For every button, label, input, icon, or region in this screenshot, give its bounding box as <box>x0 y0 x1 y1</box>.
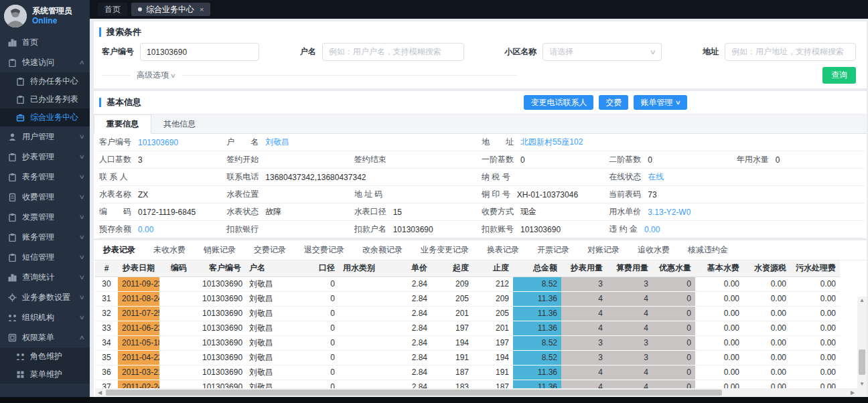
column-header[interactable]: 编码 <box>159 260 198 276</box>
search-input[interactable]: 例如：用户地址，支持模糊搜索 <box>725 43 856 61</box>
table-row[interactable]: 352011-04-22101303690刘敬昌02.841911948.523… <box>95 350 840 365</box>
column-header[interactable]: 单价 <box>387 260 431 276</box>
column-header[interactable]: 止度 <box>473 260 513 276</box>
info-tab[interactable]: 其他信息 <box>151 114 208 133</box>
sidebar-item-user[interactable]: 用户管理∨ <box>0 127 90 147</box>
sidebar-item-menu[interactable]: 权限菜单∧ <box>0 327 90 347</box>
records-tab[interactable]: 开票记录 <box>537 244 569 256</box>
info-value[interactable]: 101303690 <box>138 138 178 147</box>
scroll-up-arrow[interactable]: ▲ <box>857 297 867 305</box>
sidebar-item-document[interactable]: 收费管理∨ <box>0 187 90 207</box>
sidebar-item-clipboard[interactable]: 快速访问∧ <box>0 52 90 72</box>
info-value[interactable]: 0.00 <box>644 225 660 234</box>
column-header[interactable]: 用水类别 <box>339 260 387 276</box>
sidebar-item-gear[interactable]: 业务参数设置∨ <box>0 287 90 307</box>
sidebar-item-org[interactable]: 角色维护 <box>0 347 90 366</box>
avatar <box>4 5 27 27</box>
column-header[interactable]: 抄表日期 <box>118 260 159 276</box>
records-tab[interactable]: 核减违约金 <box>688 244 728 256</box>
sidebar-item-grid[interactable]: 菜单维护 <box>0 366 90 384</box>
table-cell: 191 <box>473 365 513 380</box>
vertical-scroll-thumb[interactable] <box>859 349 865 375</box>
info-value[interactable]: 刘敬昌 <box>265 137 289 148</box>
table-row[interactable]: 362011-03-21101303690刘敬昌02.8418719111.36… <box>95 365 840 380</box>
records-tab[interactable]: 追收水费 <box>638 244 670 256</box>
community-select[interactable]: 请选择∨ <box>542 43 662 61</box>
info-tab[interactable]: 重要信息 <box>94 114 151 134</box>
records-tab[interactable]: 未收水费 <box>153 244 186 256</box>
sidebar-menu: 首页快速访问∧待办任务中心已办业务列表综合业务中心用户管理∨抄表管理∨表务管理∨… <box>0 32 90 384</box>
sidebar-item-chart[interactable]: 首页 <box>0 32 90 52</box>
search-button[interactable]: 查询 <box>822 67 856 84</box>
table-cell <box>339 276 387 291</box>
sidebar-item-clipboard[interactable]: 账务管理∨ <box>0 227 90 247</box>
records-tab[interactable]: 交费记录 <box>254 244 286 256</box>
table-row[interactable]: 342011-05-18101303690刘敬昌02.841941978.523… <box>95 335 840 350</box>
table-row[interactable]: 312011-08-24101303690刘敬昌02.8420520911.36… <box>95 291 840 306</box>
scroll-right-arrow[interactable]: ▶ <box>848 388 857 397</box>
column-header[interactable]: 基本水费 <box>695 260 743 276</box>
search-input[interactable]: 例如：用户户名，支持模糊搜索 <box>322 43 464 61</box>
tab-close-icon[interactable]: × <box>200 5 204 13</box>
horizontal-scrollbar[interactable]: ◀ ▶ <box>95 388 857 397</box>
action-button[interactable]: 账单管理∨ <box>634 95 687 110</box>
chevron-down-icon: ∨ <box>79 254 85 260</box>
topbar-tab[interactable]: 首页 <box>98 3 127 16</box>
column-header[interactable]: 污水处理费 <box>790 260 840 276</box>
scroll-down-arrow[interactable]: ▼ <box>857 380 867 388</box>
records-tab[interactable]: 改余额记录 <box>362 244 403 256</box>
column-header[interactable]: # <box>95 260 118 276</box>
sidebar-item-clipboard[interactable]: 待办任务中心 <box>0 72 90 90</box>
table-cell: 0.00 <box>695 306 743 321</box>
table-row[interactable]: 322011-07-25101303690刘敬昌02.8420120511.36… <box>95 306 840 321</box>
sidebar-item-clipboard[interactable]: 表务管理∨ <box>0 167 90 187</box>
info-value[interactable]: 北园新村55座102 <box>520 137 583 148</box>
column-header[interactable]: 客户编号 <box>198 260 245 276</box>
table-cell: 101303690 <box>198 291 245 306</box>
action-button[interactable]: 变更电话联系人 <box>524 95 593 110</box>
records-tab[interactable]: 换表记录 <box>487 244 519 256</box>
info-value[interactable]: 在线 <box>648 171 664 183</box>
table-row[interactable]: 302011-09-23101303690刘敬昌02.842092128.523… <box>95 276 840 291</box>
chart-icon <box>8 38 17 47</box>
horizontal-scroll-thumb[interactable] <box>106 390 722 396</box>
advanced-options-toggle[interactable]: 高级选项 ∨ <box>137 70 175 81</box>
search-input[interactable]: 101303690 <box>140 43 259 61</box>
table-row[interactable]: 332011-06-23101303690刘敬昌02.8419720111.36… <box>95 321 840 335</box>
column-header[interactable]: 总金额 <box>513 260 561 276</box>
column-header[interactable]: 户名 <box>245 260 304 276</box>
table-cell: 209 <box>473 291 513 306</box>
column-header[interactable]: 起度 <box>431 260 473 276</box>
table-cell: 209 <box>431 276 473 291</box>
column-header[interactable]: 算费用量 <box>607 260 652 276</box>
table-cell: 4 <box>561 306 607 321</box>
sidebar-item-clipboard[interactable]: 抄表管理∨ <box>0 147 90 167</box>
records-tab[interactable]: 业务变更记录 <box>421 244 469 256</box>
sidebar-item-clipboard[interactable]: 已办业务列表 <box>0 90 90 108</box>
column-header[interactable]: 水资源税 <box>743 260 790 276</box>
records-tab[interactable]: 对账记录 <box>587 244 620 256</box>
info-value[interactable]: 3.13-Y2-W0 <box>648 208 691 217</box>
column-header[interactable]: 抄表用量 <box>561 260 607 276</box>
records-tab[interactable]: 退交费记录 <box>304 244 344 256</box>
sidebar-submenu: 角色维护菜单维护 <box>0 347 90 384</box>
topbar-tab[interactable]: 综合业务中心× <box>131 3 210 16</box>
user-profile[interactable]: 系统管理员 Online <box>0 0 90 32</box>
column-header[interactable]: 口径 <box>304 260 339 276</box>
sidebar-item-clipboard[interactable]: 短信管理∨ <box>0 247 90 267</box>
column-header[interactable]: 优惠水量 <box>652 260 695 276</box>
sidebar-item-clipboard[interactable]: 发票管理∨ <box>0 207 90 227</box>
sidebar-item-briefcase[interactable]: 综合业务中心 <box>0 108 90 127</box>
table-cell: 34 <box>95 335 118 350</box>
sidebar-item-chart[interactable]: 查询统计∨ <box>0 267 90 287</box>
info-cell: 编 码0172-1119-6845 <box>99 204 226 220</box>
vertical-scrollbar[interactable]: ▲ ▼ <box>857 297 867 388</box>
scroll-left-arrow[interactable]: ◀ <box>95 388 104 397</box>
records-tab[interactable]: 销账记录 <box>204 244 236 256</box>
briefcase-icon <box>16 113 25 122</box>
info-value[interactable]: 0.00 <box>138 225 153 234</box>
action-button[interactable]: 交费 <box>599 95 628 110</box>
sidebar-item-org[interactable]: 组织机构∨ <box>0 307 90 327</box>
records-tab[interactable]: 抄表记录 <box>103 244 135 256</box>
info-cell: 客户编号101303690 <box>99 134 226 151</box>
